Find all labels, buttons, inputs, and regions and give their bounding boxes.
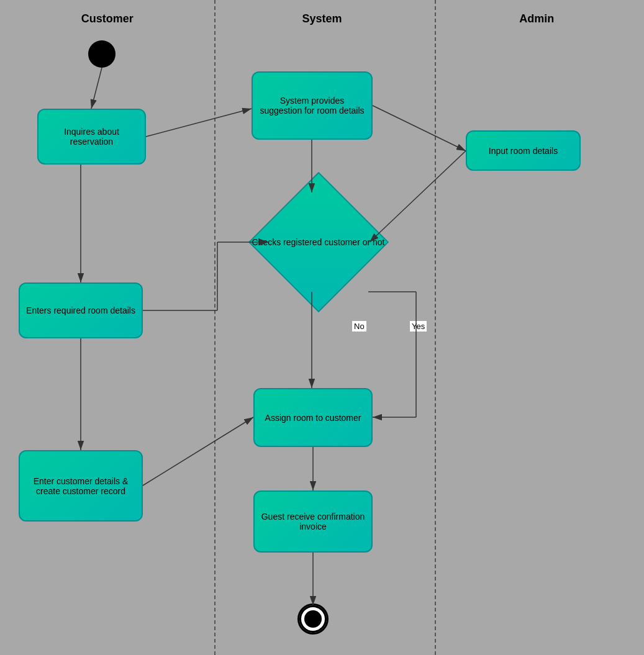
guest-receive-node: Guest receive confirmation invoice xyxy=(253,490,373,553)
no-label: No xyxy=(352,321,366,332)
enter-customer-node: Enter customer details & create customer… xyxy=(19,450,143,522)
diagram-container: Customer System Admin Inquires about res… xyxy=(0,0,644,655)
lane-system: System xyxy=(215,6,430,32)
arrow-system-admin xyxy=(373,106,466,151)
yes-label: Yes xyxy=(410,321,427,332)
end-node xyxy=(299,605,327,633)
arrow-inquires-system xyxy=(146,109,252,137)
assign-room-node: Assign room to customer xyxy=(253,388,373,447)
divider-right xyxy=(435,0,436,655)
start-node xyxy=(88,40,116,68)
checks-registered-diamond xyxy=(248,172,389,312)
end-node-inner xyxy=(304,610,322,628)
inquires-node: Inquires about reservation xyxy=(37,109,146,165)
arrow-start-inquires xyxy=(91,68,102,109)
divider-left xyxy=(214,0,215,655)
arrow-customer-assign xyxy=(143,417,253,486)
lane-admin: Admin xyxy=(429,6,644,32)
lane-customer: Customer xyxy=(0,6,215,32)
arrow-admin-diamond xyxy=(370,151,466,242)
enters-room-node: Enters required room details xyxy=(19,282,143,338)
input-room-node: Input room details xyxy=(466,130,581,171)
lane-headers: Customer System Admin xyxy=(0,0,644,32)
system-provides-node: System provides suggestion for room deta… xyxy=(252,71,373,140)
